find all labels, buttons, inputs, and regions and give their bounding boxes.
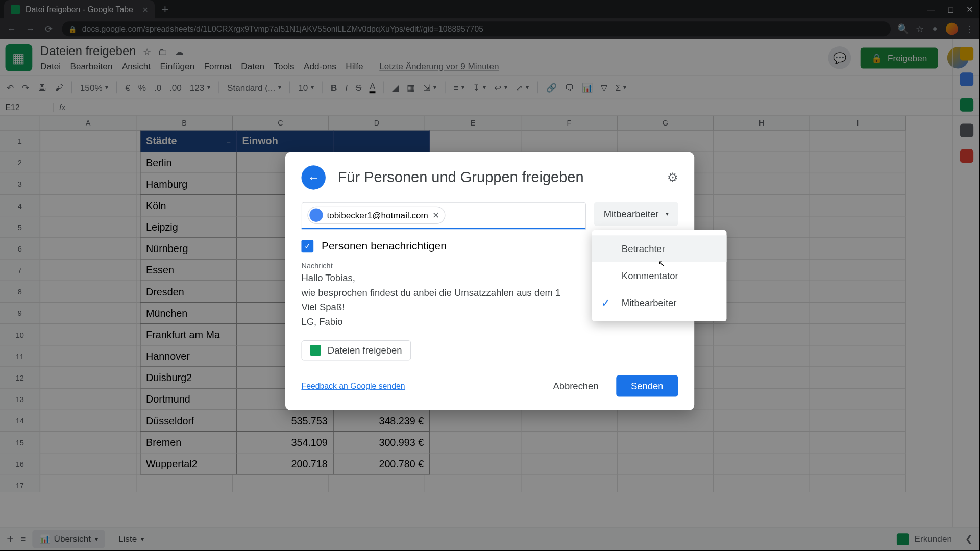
role-option-kommentator[interactable]: Kommentator [592, 262, 727, 289]
attached-file-name: Dateien freigeben [328, 345, 402, 356]
chevron-down-icon: ▾ [666, 211, 669, 217]
role-dropdown-menu: BetrachterKommentator✓Mitbearbeiter [592, 230, 727, 321]
role-option-mitbearbeiter[interactable]: ✓Mitbearbeiter [592, 289, 727, 316]
send-button[interactable]: Senden [616, 375, 678, 396]
notify-label: Personen benachrichtigen [322, 240, 447, 253]
role-option-label: Betrachter [622, 243, 665, 254]
check-icon: ✓ [601, 296, 610, 309]
role-option-betrachter[interactable]: Betrachter [592, 235, 727, 262]
role-option-label: Mitbearbeiter [622, 297, 677, 308]
back-button[interactable]: ← [301, 165, 325, 189]
sheets-file-icon [310, 345, 321, 356]
person-avatar-icon [309, 209, 323, 222]
role-selected-label: Mitbearbeiter [604, 209, 659, 219]
person-email: tobibecker1@hotmail.com [327, 210, 428, 220]
role-dropdown-button[interactable]: Mitbearbeiter ▾ [594, 202, 678, 226]
gear-icon[interactable]: ⚙ [667, 170, 678, 185]
attached-file-chip: Dateien freigeben [301, 340, 410, 361]
dialog-title: Für Personen und Gruppen freigeben [338, 169, 655, 186]
cancel-button[interactable]: Abbrechen [542, 375, 609, 396]
people-input[interactable]: tobibecker1@hotmail.com ✕ [301, 202, 586, 229]
role-option-label: Kommentator [622, 270, 678, 281]
person-chip: tobibecker1@hotmail.com ✕ [307, 207, 446, 224]
feedback-link[interactable]: Feedback an Google senden [301, 381, 405, 390]
remove-person-icon[interactable]: ✕ [432, 210, 439, 220]
notify-checkbox[interactable]: ✓ [301, 240, 313, 253]
